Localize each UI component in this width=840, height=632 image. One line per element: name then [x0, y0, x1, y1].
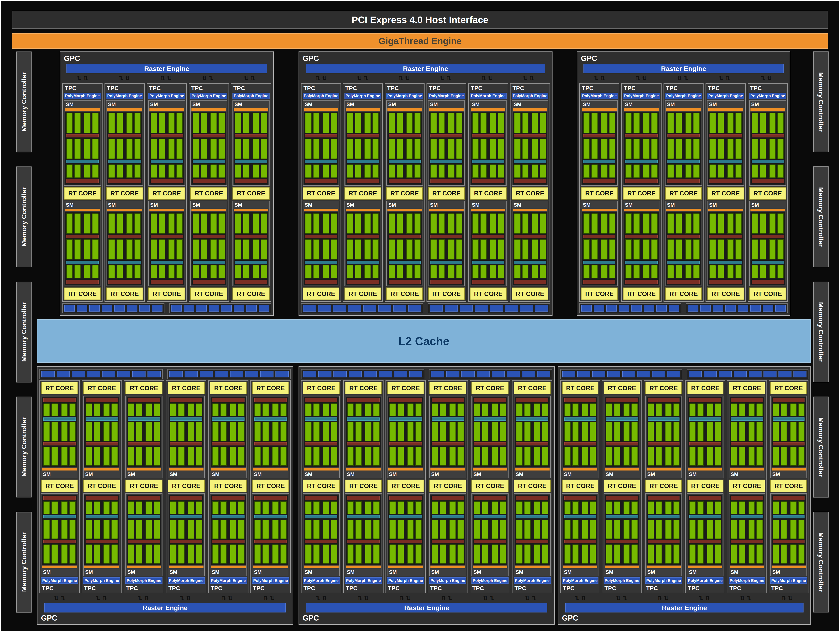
cuda-core-column — [168, 113, 175, 133]
sm-block: SM — [646, 493, 682, 576]
cuda-core-column — [456, 213, 463, 234]
cuda-core-column — [323, 501, 329, 514]
ldst-unit-strip — [254, 515, 287, 518]
cuda-core-column — [178, 544, 185, 564]
cuda-core-column — [170, 403, 177, 416]
cuda-core-column — [739, 520, 745, 539]
cuda-core-column — [145, 544, 152, 564]
rop-unit — [185, 371, 198, 378]
cuda-core-group — [564, 501, 579, 514]
tensor-core-strip — [151, 235, 183, 238]
cuda-core-column — [406, 239, 413, 259]
warp-scheduler-bar — [150, 108, 184, 111]
cuda-core-column — [759, 265, 766, 279]
texture-unit-strip — [235, 179, 267, 183]
cuda-core-column — [136, 520, 142, 539]
cuda-core-group — [472, 239, 487, 259]
sm-label: SM — [169, 471, 204, 477]
cuda-core-group — [193, 239, 207, 259]
cuda-core-column — [614, 520, 621, 539]
sm-label: SM — [624, 101, 658, 107]
rop-unit — [364, 371, 377, 378]
cuda-core-group — [624, 501, 638, 514]
cuda-core-group — [727, 164, 742, 178]
polymorph-engine-bar: PolyMorph Engine — [512, 93, 548, 99]
cuda-core-group — [145, 447, 160, 466]
texture-unit-strip — [773, 398, 805, 402]
cuda-core-group — [61, 520, 76, 539]
rop-unit — [490, 305, 503, 311]
updown-arrows-icon: ⇅⇅ — [229, 74, 271, 82]
warp-scheduler-bar — [84, 468, 119, 471]
tpc-label: TPC — [64, 85, 101, 92]
rop-unit — [183, 305, 194, 311]
cuda-core-group — [448, 239, 463, 259]
rt-core-block: RT CORE — [623, 288, 660, 300]
cuda-core-row — [305, 447, 337, 466]
rop-unit — [535, 305, 548, 311]
cuda-core-group — [648, 544, 662, 564]
cuda-core-row — [347, 265, 379, 279]
warp-scheduler-bar — [429, 108, 464, 111]
tensor-core-strip — [305, 540, 337, 543]
cuda-core-column — [355, 447, 362, 466]
rop-group — [561, 369, 682, 379]
cuda-core-group — [365, 403, 380, 416]
cuda-core-group — [365, 139, 379, 159]
tpc-label: TPC — [345, 585, 382, 592]
rop-unit — [333, 371, 347, 378]
cuda-core-group — [193, 213, 207, 234]
tpc-block: TPCPolyMorph EngineSMRT CORESMRT CORE — [748, 83, 788, 302]
cuda-core-row — [773, 544, 805, 564]
cuda-core-column — [790, 501, 796, 514]
cuda-core-column — [347, 113, 353, 133]
cuda-core-column — [685, 164, 692, 178]
gpc-box: GPCRaster Engine⇅⇅⇅⇅⇅⇅⇅⇅⇅⇅TPCPolyMorph E… — [577, 52, 790, 316]
cuda-core-group — [85, 403, 100, 416]
cuda-core-group — [390, 520, 404, 539]
warp-scheduler-bar — [169, 566, 204, 568]
cuda-core-group — [322, 239, 337, 259]
cuda-core-row — [170, 447, 202, 466]
cuda-core-column — [514, 265, 521, 279]
cuda-core-column — [440, 544, 446, 564]
cuda-core-group — [305, 139, 319, 159]
tpc-block: RT CORESMRT CORESMPolyMorph EngineTPC — [769, 380, 808, 593]
cuda-core-group — [43, 422, 58, 441]
cuda-core-column — [145, 403, 152, 416]
cuda-core-column — [355, 164, 362, 178]
cuda-core-column — [390, 544, 396, 564]
cuda-core-column — [365, 213, 371, 234]
rt-core-block: RT CORE — [386, 187, 423, 199]
cuda-core-row — [431, 239, 463, 259]
cuda-core-row — [752, 239, 784, 259]
raster-tpc-arrows-row: ⇅⇅⇅⇅⇅⇅⇅⇅⇅⇅ — [62, 74, 271, 82]
cuda-core-column — [632, 403, 638, 416]
rop-unit — [196, 305, 207, 311]
texture-unit-strip — [474, 496, 506, 500]
cuda-core-group — [431, 113, 445, 133]
cuda-core-group — [752, 239, 766, 259]
cuda-core-group — [212, 544, 227, 564]
ldst-unit-strip — [128, 515, 160, 518]
cuda-core-column — [313, 501, 320, 514]
sm-core-area — [563, 495, 597, 565]
cuda-core-column — [407, 447, 414, 466]
cuda-core-row — [752, 265, 784, 279]
cuda-core-column — [697, 544, 704, 564]
cuda-core-row — [388, 213, 421, 234]
cuda-core-group — [322, 164, 337, 178]
cuda-core-group — [126, 113, 141, 133]
rop-unit — [446, 371, 459, 378]
cuda-core-column — [196, 544, 202, 564]
cuda-core-column — [590, 520, 596, 539]
rop-unit — [505, 305, 518, 311]
cuda-core-group — [235, 164, 249, 178]
tpc-label: TPC — [386, 85, 423, 92]
cuda-core-group — [534, 422, 548, 441]
texture-unit-strip — [625, 179, 657, 183]
cuda-core-column — [448, 265, 455, 279]
cuda-core-column — [432, 544, 438, 564]
cuda-core-column — [532, 239, 538, 259]
cuda-core-column — [153, 520, 160, 539]
